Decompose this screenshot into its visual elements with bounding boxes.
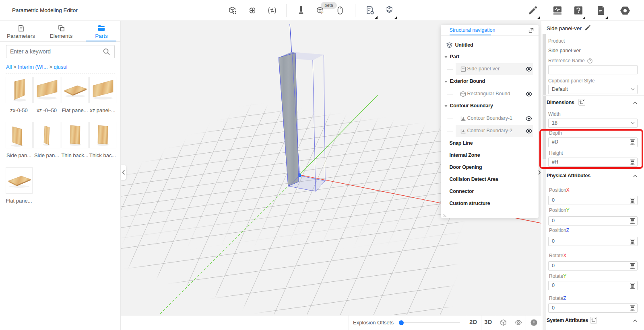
svg-text:fx: fx — [321, 10, 324, 14]
